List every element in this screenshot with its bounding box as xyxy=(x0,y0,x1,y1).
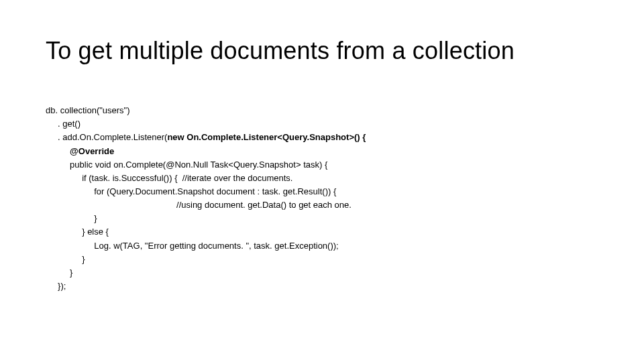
code-line-14: }); xyxy=(46,281,66,291)
code-line-3b: new On.Complete.Listener<Query.Snapshot>… xyxy=(167,132,366,142)
code-line-9: } xyxy=(46,213,97,223)
code-line-13: } xyxy=(46,267,72,278)
page-title: To get multiple documents from a collect… xyxy=(46,37,598,65)
code-line-11: Log. w(TAG, "Error getting documents. ",… xyxy=(46,241,339,251)
code-line-7: for (Query.Document.Snapshot document : … xyxy=(46,186,336,196)
code-line-2: . get() xyxy=(46,119,80,129)
code-line-8: //using document. get.Data() to get each… xyxy=(46,200,352,210)
code-line-4: @Override xyxy=(46,146,114,156)
code-block: db. collection("users") . get() . add.On… xyxy=(46,90,598,306)
code-line-3a: . add.On.Complete.Listener( xyxy=(46,132,167,142)
slide-container: To get multiple documents from a collect… xyxy=(0,0,644,362)
code-line-12: } xyxy=(46,254,85,264)
code-line-5: public void on.Complete(@Non.Null Task<Q… xyxy=(46,160,327,170)
code-line-10: } else { xyxy=(46,227,109,237)
code-line-6: if (task. is.Successful()) { //iterate o… xyxy=(46,173,292,183)
code-line-1: db. collection("users") xyxy=(46,105,130,115)
